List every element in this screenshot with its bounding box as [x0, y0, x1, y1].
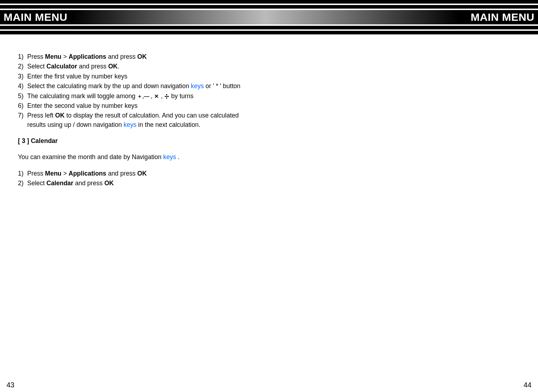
header-title-left: MAIN MENU	[4, 11, 67, 23]
title-band: MAIN MENU MAIN MENU	[0, 10, 538, 24]
plus-icon: +	[137, 92, 142, 100]
page-number-left: 43	[6, 381, 14, 389]
header-stripes: MAIN MENU MAIN MENU	[0, 0, 538, 34]
divide-icon	[164, 94, 169, 99]
calculator-steps-list: 1) Press Menu > Applications and press O…	[18, 52, 520, 129]
step-body: Select Calculator and press OK.	[27, 62, 520, 71]
step-number: 7)	[18, 111, 27, 129]
step-body: Select Calendar and press OK	[27, 179, 520, 188]
list-item: 1) Press Menu > Applications and press O…	[18, 169, 520, 178]
list-item: 2) Select Calculator and press OK.	[18, 62, 520, 71]
link-keys[interactable]: keys	[191, 82, 204, 90]
step-body: Press Menu > Applications and press OK	[27, 52, 520, 61]
step-body: Enter the first value by number keys	[27, 72, 520, 81]
step-number: 4)	[18, 82, 27, 91]
footer: 43 44	[0, 381, 538, 389]
section-heading-calendar: [ 3 ] Calendar	[18, 137, 520, 145]
list-item: 3) Enter the first value by number keys	[18, 72, 520, 81]
times-icon: ✕	[154, 92, 159, 100]
list-item: 7) Press left OK to display the result o…	[18, 111, 520, 129]
page-number-right: 44	[524, 381, 532, 389]
list-item: 5) The calculating mark will toggle amon…	[18, 92, 520, 101]
step-number: 1)	[18, 52, 27, 61]
link-keys[interactable]: keys	[124, 121, 137, 128]
calendar-intro: You can examine the month and date by Na…	[18, 153, 520, 162]
list-item: 6) Enter the second value by number keys	[18, 101, 520, 110]
step-number: 3)	[18, 72, 27, 81]
step-body: Select the calculating mark by the up an…	[27, 82, 520, 91]
step-body: Enter the second value by number keys	[27, 101, 520, 110]
minus-icon: —	[144, 92, 149, 100]
calendar-steps-list: 1) Press Menu > Applications and press O…	[18, 169, 520, 188]
step-body: The calculating mark will toggle among +…	[27, 92, 520, 101]
link-keys[interactable]: keys	[163, 153, 176, 161]
step-number: 6)	[18, 101, 27, 110]
list-item: 4) Select the calculating mark by the up…	[18, 82, 520, 91]
list-item: 1) Press Menu > Applications and press O…	[18, 52, 520, 61]
step-body: Press Menu > Applications and press OK	[27, 169, 520, 178]
step-number: 1)	[18, 169, 27, 178]
step-number: 5)	[18, 92, 27, 101]
step-number: 2)	[18, 179, 27, 188]
list-item: 2) Select Calendar and press OK	[18, 179, 520, 188]
step-body: Press left OK to display the result of c…	[27, 111, 520, 129]
header-title-right: MAIN MENU	[471, 11, 534, 23]
content-area: 1) Press Menu > Applications and press O…	[0, 34, 538, 188]
step-number: 2)	[18, 62, 27, 71]
